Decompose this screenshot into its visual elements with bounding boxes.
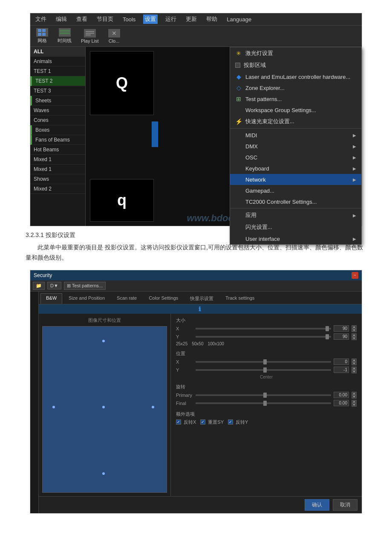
pos-x-up[interactable]: ▲: [352, 358, 357, 362]
menu-view[interactable]: 查看: [75, 14, 89, 24]
size-y-thumb[interactable]: [326, 334, 329, 339]
dropdown-dmx[interactable]: DMX: [230, 141, 361, 152]
primary-down[interactable]: ▼: [352, 395, 357, 399]
dropdown-zone-explorer[interactable]: ◇ Zone Explorer...: [230, 82, 361, 93]
tab-scan-rate[interactable]: Scan rate: [111, 293, 142, 304]
canvas-area[interactable]: [42, 326, 167, 493]
list-item-cones[interactable]: Cones: [30, 116, 85, 125]
dropdown-keyboard[interactable]: Keyboard: [230, 163, 361, 174]
dropdown-midi[interactable]: MIDI: [230, 130, 361, 141]
size-y-input[interactable]: [334, 333, 349, 340]
menu-help[interactable]: 帮助: [205, 14, 219, 24]
checkbox-flip-x[interactable]: ✓ 反转X: [176, 419, 196, 425]
size-y-down[interactable]: ▼: [352, 337, 357, 340]
tab-color-settings[interactable]: Color Settings: [143, 293, 184, 304]
list-item-test2[interactable]: TEST 2: [30, 76, 85, 86]
dropdown-user-interface[interactable]: User interface: [230, 233, 361, 244]
checkbox-reset-sy[interactable]: ✓ 重置SY: [200, 419, 224, 425]
final-down[interactable]: ▼: [352, 403, 357, 407]
primary-slider[interactable]: [196, 394, 331, 396]
primary-spinner[interactable]: ▲ ▼: [352, 392, 357, 399]
list-item-shows[interactable]: Shows: [30, 174, 85, 184]
list-item-fans-of-beams[interactable]: Fans of Beams: [30, 135, 85, 145]
final-thumb[interactable]: [263, 401, 267, 406]
dropdown-quick-beam[interactable]: ⚡ 快速光束定位设置...: [230, 116, 361, 127]
size-x-down[interactable]: ▼: [352, 329, 357, 332]
list-item-animals[interactable]: Animals: [30, 57, 85, 66]
dropdown-osc[interactable]: OSC: [230, 152, 361, 163]
toolbar-btn-test-patterns[interactable]: ⊞ Test patterns...: [64, 282, 106, 290]
dropdown-projection-area[interactable]: 投影区域: [230, 59, 361, 71]
toolbar-grid[interactable]: 网格: [34, 27, 51, 45]
pos-y-slider[interactable]: [196, 369, 331, 371]
final-spinner[interactable]: ▲ ▼: [352, 400, 357, 407]
dropdown-workspace-group[interactable]: Workspace Group Settings...: [230, 104, 361, 116]
final-up[interactable]: ▲: [352, 400, 357, 403]
tab-bw[interactable]: B&W: [40, 293, 62, 304]
final-slider[interactable]: [196, 402, 331, 404]
preset-25x25[interactable]: 25x25: [176, 341, 187, 346]
menu-tools[interactable]: Tools: [121, 15, 137, 23]
menu-programs[interactable]: 节目页: [95, 14, 115, 24]
final-input[interactable]: [334, 400, 349, 406]
list-item-test3[interactable]: TEST 3: [30, 86, 85, 96]
tab-quick-display[interactable]: 快显示设置: [184, 293, 219, 304]
menu-edit[interactable]: 编辑: [54, 14, 69, 24]
pos-y-thumb[interactable]: [263, 367, 267, 373]
size-y-spinner[interactable]: ▲ ▼: [352, 333, 357, 340]
size-y-slider[interactable]: [196, 336, 331, 338]
dialog-close-button[interactable]: −: [352, 272, 358, 279]
pos-x-thumb[interactable]: [263, 359, 267, 364]
dropdown-flash-settings[interactable]: 闪光设置...: [230, 221, 361, 233]
toolbar-btn-d[interactable]: D▼: [47, 282, 61, 289]
size-x-slider[interactable]: [196, 328, 331, 330]
preset-50x50[interactable]: 50x50: [192, 341, 203, 346]
primary-up[interactable]: ▲: [352, 392, 357, 395]
primary-input[interactable]: [334, 392, 349, 398]
pos-y-input[interactable]: [334, 367, 349, 373]
dropdown-tc2000[interactable]: TC2000 Controller Settings...: [230, 196, 361, 207]
pos-x-input[interactable]: [334, 358, 349, 365]
list-item-all[interactable]: ALL: [30, 47, 85, 57]
list-item-boxes[interactable]: Boxes: [30, 125, 85, 135]
menu-language[interactable]: Language: [225, 15, 253, 23]
list-item-test1[interactable]: TEST 1: [30, 66, 85, 76]
list-item-mixed2[interactable]: Mixed 2: [30, 184, 85, 194]
pos-x-spinner[interactable]: ▲ ▼: [352, 358, 357, 365]
flip-x-checkbox[interactable]: ✓: [176, 419, 181, 425]
toolbar-close[interactable]: ✕ Clo...: [106, 28, 123, 44]
toolbar-playlist[interactable]: Play List: [78, 28, 101, 44]
flip-y-checkbox[interactable]: ✓: [228, 419, 233, 425]
checkbox-flip-y[interactable]: ✓ 反转Y: [228, 419, 248, 425]
menu-run[interactable]: 运行: [164, 14, 178, 24]
menu-file[interactable]: 文件: [34, 14, 48, 24]
size-x-thumb[interactable]: [326, 326, 329, 331]
pos-x-down[interactable]: ▼: [352, 362, 357, 365]
size-x-spinner[interactable]: ▲ ▼: [352, 325, 357, 332]
toolbar-btn-1[interactable]: 📁: [33, 282, 45, 290]
size-x-input[interactable]: [334, 325, 349, 332]
dropdown-laser-hardware[interactable]: ◆ Laser and EmuLaser controller hardware…: [230, 71, 361, 82]
pos-y-down[interactable]: ▼: [352, 370, 357, 373]
confirm-button[interactable]: 确认: [305, 499, 329, 511]
dropdown-laser-settings[interactable]: ✳ 激光灯设置: [230, 47, 361, 59]
dropdown-apply[interactable]: 应用: [230, 209, 361, 221]
pos-y-up[interactable]: ▲: [352, 367, 357, 370]
preset-100x100[interactable]: 100x100: [208, 341, 224, 346]
list-item-waves[interactable]: Waves: [30, 106, 85, 116]
menu-update[interactable]: 更新: [184, 14, 199, 24]
size-y-up[interactable]: ▲: [352, 333, 357, 337]
dropdown-test-patterns[interactable]: ⊞ Test patterns...: [230, 93, 361, 104]
tab-size-position[interactable]: Size and Position: [63, 293, 110, 304]
pos-y-spinner[interactable]: ▲ ▼: [352, 367, 357, 373]
menu-settings[interactable]: 设置: [143, 14, 158, 24]
pos-x-slider[interactable]: [196, 361, 331, 363]
dropdown-network[interactable]: Network: [230, 174, 361, 185]
list-item-sheets[interactable]: Sheets: [30, 96, 85, 106]
list-item-mixed1b[interactable]: Mixed 1: [30, 165, 85, 174]
cancel-button[interactable]: 取消: [333, 499, 357, 511]
dropdown-gamepad[interactable]: Gamepad...: [230, 185, 361, 196]
tab-track-settings[interactable]: Track settings: [220, 293, 260, 304]
list-item-hot-beams[interactable]: Hot Beams: [30, 145, 85, 155]
toolbar-timeline[interactable]: 时间线: [55, 27, 74, 45]
